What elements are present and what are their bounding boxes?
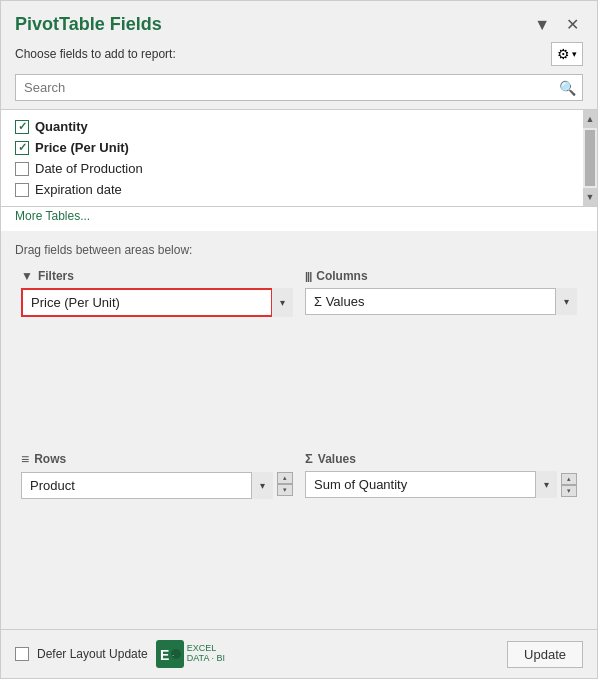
chevron-down-icon: ▼	[534, 16, 550, 34]
filters-dropdown[interactable]: Price (Per Unit)	[21, 288, 293, 317]
rows-move-down[interactable]: ▾	[277, 484, 293, 496]
svg-text:∙: ∙	[172, 651, 174, 660]
values-move-up[interactable]: ▴	[561, 473, 577, 485]
check-mark: ✓	[18, 120, 27, 133]
filters-dropdown-wrap: Price (Per Unit) ▾	[21, 288, 293, 317]
list-item: Expiration date	[15, 179, 583, 200]
collapse-button[interactable]: ▼	[530, 14, 554, 36]
defer-label: Defer Layout Update	[37, 647, 148, 661]
scroll-thumb[interactable]	[585, 130, 595, 186]
defer-area: Defer Layout Update E ∙ EXCELDATA · BI	[15, 640, 225, 668]
logo-area: E ∙ EXCELDATA · BI	[156, 640, 225, 668]
field-label-quantity: Quantity	[35, 119, 88, 134]
rows-inner-wrap: Product ▾	[21, 472, 273, 499]
fields-inner: ✓ Quantity ✓ Price (Per Unit) Date of Pr…	[1, 110, 597, 206]
update-button[interactable]: Update	[507, 641, 583, 668]
header-icons: ▼ ✕	[530, 13, 583, 36]
close-button[interactable]: ✕	[562, 13, 583, 36]
rows-move-up[interactable]: ▴	[277, 472, 293, 484]
footer: Defer Layout Update E ∙ EXCELDATA · BI U…	[1, 629, 597, 678]
filter-icon: ▼	[21, 269, 33, 283]
values-dropdown[interactable]: Sum of Quantity	[305, 471, 557, 498]
exceldemy-logo: E ∙	[156, 640, 184, 668]
list-item: Date of Production	[15, 158, 583, 179]
values-inner-wrap: Sum of Quantity ▾	[305, 471, 557, 498]
filters-header: ▼ Filters	[21, 269, 293, 283]
logo-text: EXCELDATA · BI	[187, 644, 225, 664]
rows-dropdown[interactable]: Product	[21, 472, 273, 499]
filters-label: Filters	[38, 269, 74, 283]
field-checkbox-expiration[interactable]	[15, 183, 29, 197]
search-input[interactable]	[15, 74, 583, 101]
gear-button[interactable]: ⚙ ▾	[551, 42, 583, 66]
rows-header: ≡ Rows	[21, 451, 293, 467]
values-move-down[interactable]: ▾	[561, 485, 577, 497]
fields-list: ✓ Quantity ✓ Price (Per Unit) Date of Pr…	[1, 109, 597, 207]
columns-label: Columns	[316, 269, 367, 283]
values-label: Values	[318, 452, 356, 466]
rows-move-buttons: ▴ ▾	[277, 472, 293, 496]
list-item: ✓ Price (Per Unit)	[15, 137, 583, 158]
subtitle: Choose fields to add to report:	[15, 47, 176, 61]
columns-dropdown[interactable]: Σ Values	[305, 288, 577, 315]
columns-icon: |||	[305, 270, 311, 282]
columns-section: ||| Columns Σ Values ▾	[299, 265, 583, 447]
svg-text:E: E	[160, 647, 169, 663]
field-label-expiration: Expiration date	[35, 182, 122, 197]
panel-header: PivotTable Fields ▼ ✕	[1, 1, 597, 42]
columns-header: ||| Columns	[305, 269, 577, 283]
areas-grid: ▼ Filters Price (Per Unit) ▾ ||| Columns…	[1, 265, 597, 629]
gear-icon: ⚙	[557, 46, 570, 62]
field-label-price: Price (Per Unit)	[35, 140, 129, 155]
defer-checkbox[interactable]	[15, 647, 29, 661]
rows-label: Rows	[34, 452, 66, 466]
values-dropdown-wrap: Sum of Quantity ▾ ▴ ▾	[305, 471, 577, 498]
close-icon: ✕	[566, 15, 579, 34]
more-tables-link[interactable]: More Tables...	[1, 207, 597, 231]
field-checkbox-date[interactable]	[15, 162, 29, 176]
values-move-buttons: ▴ ▾	[561, 473, 577, 497]
search-area: 🔍	[15, 74, 583, 101]
columns-dropdown-wrap: Σ Values ▾	[305, 288, 577, 315]
field-checkbox-price[interactable]: ✓	[15, 141, 29, 155]
rows-dropdown-flex: Product ▾	[21, 472, 273, 499]
panel-title: PivotTable Fields	[15, 14, 162, 35]
scrollbar[interactable]: ▲ ▼	[583, 110, 597, 206]
gear-dropdown-arrow: ▾	[572, 49, 577, 59]
pivottable-fields-panel: PivotTable Fields ▼ ✕ Choose fields to a…	[0, 0, 598, 679]
drag-label: Drag fields between areas below:	[1, 231, 597, 265]
values-section: Σ Values Sum of Quantity ▾ ▴ ▾	[299, 447, 583, 629]
rows-icon: ≡	[21, 451, 29, 467]
scroll-down-arrow[interactable]: ▼	[583, 188, 597, 206]
rows-section: ≡ Rows Product ▾ ▴ ▾	[15, 447, 299, 629]
sigma-icon: Σ	[305, 451, 313, 466]
check-mark: ✓	[18, 141, 27, 154]
filters-section: ▼ Filters Price (Per Unit) ▾	[15, 265, 299, 447]
list-item: ✓ Quantity	[15, 116, 583, 137]
field-label-date: Date of Production	[35, 161, 143, 176]
values-header: Σ Values	[305, 451, 577, 466]
rows-dropdown-wrap: Product ▾ ▴ ▾	[21, 472, 293, 499]
field-checkbox-quantity[interactable]: ✓	[15, 120, 29, 134]
scroll-up-arrow[interactable]: ▲	[583, 110, 597, 128]
